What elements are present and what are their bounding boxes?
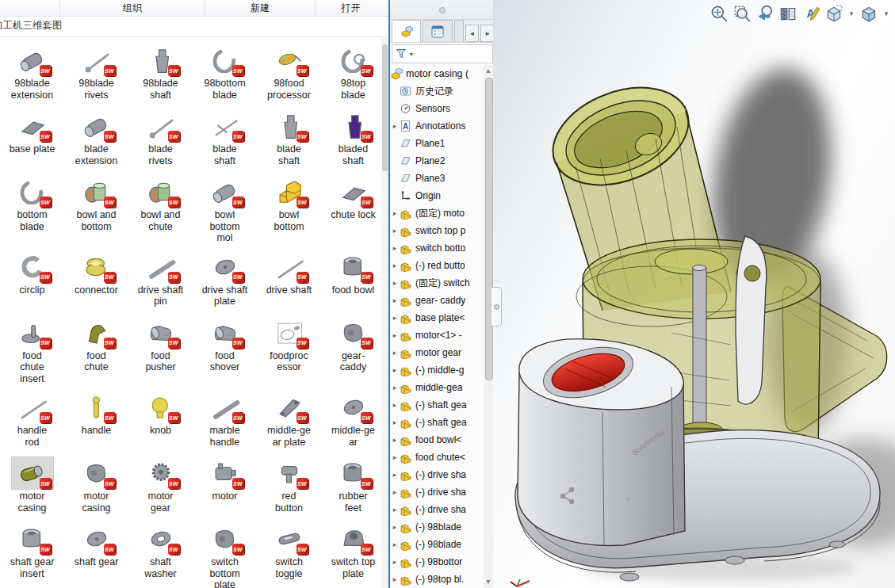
previous-view-button[interactable] (755, 4, 775, 23)
part-item[interactable]: SWshaft gear (64, 523, 128, 588)
panel-splitter-handle[interactable] (491, 287, 502, 326)
tree-item[interactable]: ▸(-) shaft gea (390, 396, 484, 414)
tree-item[interactable]: ▸(-) 98bottor (390, 553, 484, 571)
part-item[interactable]: SWbowl bottom mol (193, 176, 257, 244)
nav-back-button[interactable]: ◄ (465, 25, 480, 42)
part-item[interactable]: SWbowl bottom (257, 176, 321, 244)
part-item[interactable]: SWbowl and chute (128, 176, 193, 244)
graphics-viewport[interactable]: SolidWorks A▼▼ (493, 0, 895, 588)
tree-item[interactable]: ▸(固定) moto (390, 204, 484, 222)
expander-arrow-icon[interactable]: ▸ (390, 401, 400, 409)
tree-item[interactable]: ▸(-) 98blade (390, 518, 484, 536)
expander-arrow-icon[interactable]: ▸ (390, 488, 400, 496)
part-item[interactable]: SWgear- caddy (321, 317, 381, 385)
part-item[interactable]: SWcirclip (0, 251, 64, 310)
panel-grip[interactable] (390, 0, 495, 20)
expander-arrow-icon[interactable]: ▸ (390, 436, 400, 444)
expander-arrow-icon[interactable]: ▸ (390, 296, 400, 304)
tree-item[interactable]: ▸base plate< (390, 309, 484, 326)
part-item[interactable]: SWfood pusher (128, 317, 193, 385)
part-item[interactable]: SWbottom blade (0, 176, 64, 244)
expander-arrow-icon[interactable]: ▸ (390, 279, 400, 287)
expander-arrow-icon[interactable]: ▸ (390, 558, 400, 566)
expander-arrow-icon[interactable]: ▸ (390, 471, 400, 479)
expander-arrow-icon[interactable]: ▸ (390, 122, 400, 130)
part-item[interactable]: SWblade rivets (128, 110, 193, 169)
tree-item[interactable]: ▸food chute< (390, 449, 484, 466)
part-item[interactable]: SWmotor (193, 457, 257, 516)
part-item[interactable]: SWmarble handle (193, 391, 257, 450)
part-item[interactable]: SW98food processor (257, 44, 321, 103)
part-item[interactable]: SWfood bowl (321, 251, 381, 310)
tree-item[interactable]: ▸motor<1> - (390, 326, 484, 344)
tree-item[interactable]: ▸(-) drive sha (390, 483, 484, 501)
tree-item[interactable]: ▸food bowl< (390, 431, 484, 449)
expander-arrow-icon[interactable]: ▸ (390, 418, 400, 426)
part-item[interactable]: SWchute lock (321, 176, 381, 244)
expander-arrow-icon[interactable]: ▸ (390, 209, 400, 217)
tree-item[interactable]: ▸(-) red butto (390, 257, 484, 274)
part-item[interactable]: SWmotor gear (128, 457, 193, 516)
expander-arrow-icon[interactable]: ▸ (390, 453, 400, 461)
part-item[interactable]: SWmotor casing (64, 457, 128, 516)
expander-arrow-icon[interactable]: ▸ (390, 331, 400, 339)
part-item[interactable]: SWblade shaft (257, 110, 321, 169)
explorer-toolbar-button[interactable]: 组织 (59, 0, 205, 16)
tree-item[interactable]: ▸(-) 98blade (390, 536, 484, 553)
tree-item[interactable]: ▸(-) 98top bl. (390, 571, 484, 588)
scrollbar-thumb[interactable] (382, 44, 388, 171)
part-item[interactable]: SWfood shover (193, 317, 257, 385)
part-item[interactable]: SWconnector (64, 251, 128, 310)
propertymanager-tab[interactable] (423, 20, 452, 42)
expander-arrow-icon[interactable]: ▸ (390, 314, 400, 322)
tree-item[interactable]: ▸(-) drive sha (390, 501, 484, 518)
part-item[interactable]: SWblade extension (64, 110, 128, 169)
part-item[interactable]: SW98blade extension (0, 44, 64, 103)
part-item[interactable]: SWmiddle-ge ar plate (257, 391, 321, 450)
sketch-visibility-button[interactable]: A (801, 4, 820, 23)
dropdown-caret-icon[interactable]: ▼ (882, 4, 890, 23)
expander-arrow-icon[interactable]: ▸ (390, 366, 400, 374)
tree-item[interactable]: ▸gear- caddy (390, 292, 484, 309)
tree-item[interactable]: Plane3 (390, 170, 484, 187)
part-item[interactable]: SWred button (257, 457, 321, 516)
expander-arrow-icon[interactable]: ▸ (390, 540, 400, 548)
tree-item[interactable]: ▸switch top p (390, 222, 484, 239)
part-item[interactable]: SWdrive shaft plate (193, 251, 257, 310)
expander-arrow-icon[interactable]: ▸ (390, 575, 400, 583)
part-item[interactable]: SW98top blade (321, 44, 381, 103)
part-item[interactable]: SWbase plate (0, 110, 64, 169)
explorer-scrollbar[interactable] (381, 38, 388, 588)
tree-item[interactable]: Plane2 (390, 152, 484, 170)
explorer-toolbar-button[interactable]: 打开 (315, 0, 386, 16)
part-item[interactable]: SWfoodproc essor (257, 317, 321, 385)
part-item[interactable]: SWswitch top plate (321, 523, 381, 588)
part-item[interactable]: SWdrive shaft (257, 251, 321, 310)
tree-item[interactable]: ▸(-) middle-g (390, 361, 484, 379)
tree-item[interactable]: 历史记录 (390, 82, 484, 100)
expander-arrow-icon[interactable]: ▸ (390, 244, 400, 252)
explorer-toolbar-button[interactable]: 新建 (205, 0, 315, 16)
part-item[interactable]: SWbladed shaft (321, 110, 381, 169)
part-item[interactable]: SW98blade rivets (64, 44, 128, 103)
expander-arrow-icon[interactable]: ▸ (390, 349, 400, 357)
part-item[interactable]: SWknob (128, 391, 193, 450)
expander-arrow-icon[interactable]: ▸ (390, 262, 400, 269)
zoom-area-button[interactable] (732, 4, 752, 23)
tree-item[interactable]: Plane1 (390, 135, 484, 152)
part-item[interactable]: SWfood chute (64, 317, 128, 385)
tree-item[interactable]: ▸AAnnotations (390, 117, 484, 135)
part-item[interactable]: SWshaft washer (128, 523, 193, 588)
part-item[interactable]: SW98bottom blade (193, 44, 257, 103)
part-item[interactable]: SWmiddle-ge ar (321, 391, 381, 450)
part-item[interactable]: SW98blade shaft (128, 44, 193, 103)
featuremanager-tab[interactable] (392, 20, 421, 42)
tree-filter[interactable]: ▾ (392, 44, 493, 63)
view-orientation-button[interactable] (824, 4, 843, 23)
display-style-button[interactable] (859, 4, 878, 23)
part-item[interactable]: SWhandle rod (0, 391, 64, 450)
tree-item[interactable]: Origin (390, 187, 484, 204)
tree-scrollbar-thumb[interactable] (485, 78, 493, 380)
tree-item[interactable]: ▸switch botto (390, 239, 484, 257)
part-item[interactable]: SWswitch bottom plate (193, 523, 257, 588)
